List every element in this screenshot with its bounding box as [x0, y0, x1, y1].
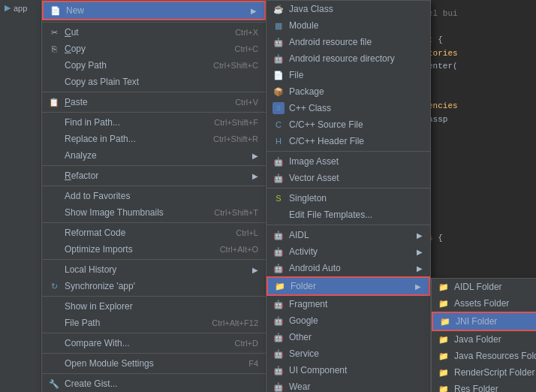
submenu-folder-items: 📁 AIDL Folder 📁 Assets Folder 📁 JNI Fold… — [431, 278, 536, 392]
activity-arrow-icon: ▶ — [417, 248, 423, 256]
google-icon: 🤖 — [273, 315, 285, 327]
res-folder-icon: 📁 — [438, 383, 450, 392]
submenu-cpp-source[interactable]: C C/C++ Source File — [266, 116, 430, 133]
menu-item-cut[interactable]: ✂ Cut Ctrl+X — [42, 24, 266, 41]
package-icon: 📦 — [273, 86, 285, 98]
submenu-vector-asset[interactable]: 🤖 Vector Asset — [266, 170, 430, 186]
service-icon: 🤖 — [273, 348, 285, 360]
menu-item-add-favorites[interactable]: Add to Favorites — [42, 188, 266, 204]
submenu-wear[interactable]: 🤖 Wear — [266, 378, 430, 392]
submenu-folder[interactable]: 📁 Folder ▶ — [266, 276, 430, 296]
menu-item-synchronize[interactable]: ↻ Synchronize 'app' — [42, 278, 266, 294]
separator-10 — [42, 353, 266, 354]
copy-path-icon — [48, 59, 60, 71]
copy-icon: ⎘ — [48, 43, 60, 55]
submenu-aidl-folder[interactable]: 📁 AIDL Folder — [432, 279, 536, 295]
submenu-google[interactable]: 🤖 Google — [266, 312, 430, 329]
java-folder-icon: 📁 — [438, 333, 450, 345]
submenu-cpp-header[interactable]: H C/C++ Header File — [266, 133, 430, 149]
submenu-module[interactable]: ▦ Module — [266, 17, 430, 34]
submenu-package[interactable]: 📦 Package — [266, 83, 430, 100]
separator-5 — [42, 185, 266, 186]
submenu-renderscript-folder[interactable]: 📁 RenderScript Folder — [432, 364, 536, 381]
find-icon — [48, 116, 60, 128]
menu-item-copy-path[interactable]: Copy Path Ctrl+Shift+C — [42, 57, 266, 74]
submenu-sep-1 — [266, 151, 430, 152]
separator-1 — [42, 22, 266, 23]
submenu-java-res-folder[interactable]: 📁 Java Resources Folder — [432, 348, 536, 364]
separator-11 — [42, 373, 266, 374]
menu-item-new[interactable]: 📄 New ▶ — [42, 1, 266, 20]
menu-item-paste[interactable]: 📋 Paste Ctrl+V — [42, 94, 266, 110]
new-icon: 📄 — [50, 5, 62, 17]
menu-item-copy-plain[interactable]: Copy as Plain Text — [42, 74, 266, 90]
android-auto-arrow-icon: ▶ — [417, 264, 423, 273]
submenu-assets-folder[interactable]: 📁 Assets Folder — [432, 295, 536, 312]
ui-component-icon: 🤖 — [273, 364, 285, 376]
menu-item-refactor[interactable]: Refactor ▶ — [42, 167, 266, 184]
menu-item-show-thumbnails[interactable]: Show Image Thumbnails Ctrl+Shift+T — [42, 204, 266, 221]
submenu-singleton[interactable]: S Singleton — [266, 190, 430, 207]
menu-item-reformat[interactable]: Reformat Code Ctrl+L — [42, 225, 266, 241]
menu-item-compare[interactable]: Compare With... Ctrl+D — [42, 335, 266, 351]
submenu-android-resource-file[interactable]: 🤖 Android resource file — [266, 34, 430, 50]
submenu-file[interactable]: 📄 File — [266, 67, 430, 83]
paste-icon: 📋 — [48, 96, 60, 108]
folder-arrow-icon: ▶ — [415, 282, 421, 291]
menu-item-file-path[interactable]: File Path Ctrl+Alt+F12 — [42, 315, 266, 331]
submenu-edit-templates[interactable]: Edit File Templates... — [266, 207, 430, 223]
replace-icon — [48, 133, 60, 145]
menu-item-replace-path[interactable]: Replace in Path... Ctrl+Shift+R — [42, 131, 266, 147]
separator-2 — [42, 92, 266, 92]
wear-icon: 🤖 — [273, 381, 285, 392]
submenu-jni-folder[interactable]: 📁 JNI Folder — [432, 312, 536, 331]
menu-item-create-gist[interactable]: 🔧 Create Gist... — [42, 375, 266, 392]
refactor-icon — [48, 170, 60, 182]
cpp-source-icon: C — [273, 119, 285, 131]
assets-folder-icon: 📁 — [438, 297, 450, 309]
submenu-activity[interactable]: 🤖 Activity ▶ — [266, 243, 430, 260]
submenu-android-auto[interactable]: 🤖 Android Auto ▶ — [266, 260, 430, 276]
activity-icon: 🤖 — [273, 246, 285, 258]
menu-item-optimize[interactable]: Optimize Imports Ctrl+Alt+O — [42, 241, 266, 258]
menu-item-local-history[interactable]: Local History ▶ — [42, 261, 266, 278]
left-sidebar: ▶ app — [0, 0, 45, 392]
menu-item-find-path[interactable]: Find in Path... Ctrl+Shift+F — [42, 114, 266, 131]
folder-icon: 📁 — [274, 280, 286, 292]
history-icon — [48, 264, 60, 276]
templates-icon — [273, 209, 285, 221]
optimize-icon — [48, 243, 60, 255]
submenu-aidl[interactable]: 🤖 AIDL ▶ — [266, 227, 430, 243]
submenu-java-class[interactable]: ☕ Java Class — [266, 1, 430, 17]
submenu-fragment[interactable]: 🤖 Fragment — [266, 296, 430, 312]
cpp-class-icon: S — [273, 102, 285, 114]
android-file-icon: 🤖 — [273, 36, 285, 48]
refactor-arrow-icon: ▶ — [252, 172, 258, 180]
aidl-icon: 🤖 — [273, 229, 285, 241]
menu-item-open-module[interactable]: Open Module Settings F4 — [42, 355, 266, 372]
submenu-image-asset[interactable]: 🤖 Image Asset — [266, 153, 430, 170]
reformat-icon — [48, 227, 60, 239]
cpp-header-icon: H — [273, 135, 285, 147]
submenu-android-resource-dir[interactable]: 🤖 Android resource directory — [266, 50, 430, 67]
submenu-ui-component[interactable]: 🤖 UI Component — [266, 362, 430, 378]
jni-folder-icon: 📁 — [439, 315, 451, 327]
submenu-java-folder[interactable]: 📁 Java Folder — [432, 331, 536, 348]
copy-plain-icon — [48, 76, 60, 88]
fragment-icon: 🤖 — [273, 298, 285, 310]
image-asset-icon: 🤖 — [273, 155, 285, 167]
renderscript-folder-icon: 📁 — [438, 366, 450, 378]
menu-item-analyze[interactable]: Analyze ▶ — [42, 147, 266, 164]
submenu-service[interactable]: 🤖 Service — [266, 345, 430, 362]
menu-item-show-explorer[interactable]: Show in Explorer — [42, 298, 266, 315]
android-dir-icon: 🤖 — [273, 53, 285, 65]
separator-7 — [42, 259, 266, 260]
compare-icon — [48, 337, 60, 349]
menu-item-copy[interactable]: ⎘ Copy Ctrl+C — [42, 41, 266, 57]
submenu-cpp-class[interactable]: S C++ Class — [266, 100, 430, 116]
thumbnails-icon — [48, 207, 60, 219]
aidl-folder-icon: 📁 — [438, 281, 450, 293]
vector-asset-icon: 🤖 — [273, 172, 285, 184]
submenu-other[interactable]: 🤖 Other — [266, 329, 430, 345]
submenu-res-folder[interactable]: 📁 Res Folder — [432, 381, 536, 392]
